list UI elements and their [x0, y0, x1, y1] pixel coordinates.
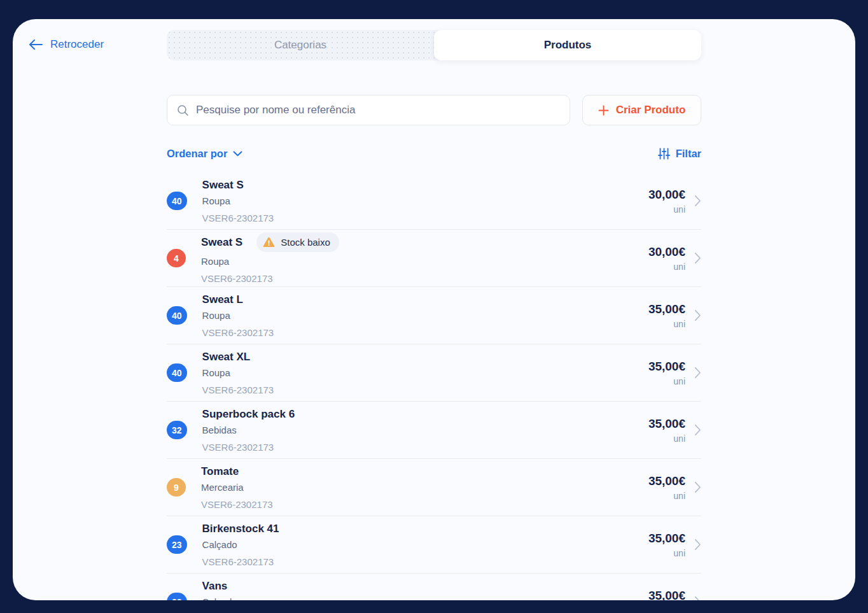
product-reference: VSER6-2302173 — [202, 327, 648, 338]
product-unit: uni — [673, 548, 685, 558]
tab-categorias-label: Categorias — [274, 39, 326, 52]
stock-count-badge: 40 — [167, 192, 187, 210]
chevron-right-icon — [694, 481, 701, 493]
product-unit: uni — [673, 491, 685, 501]
product-price: 30,00€ — [648, 188, 685, 202]
product-title-line: Vans — [202, 580, 648, 593]
product-category: Roupa — [202, 367, 648, 378]
table-row[interactable]: 32 Superbock pack 6 Bebidas VSER6-230217… — [167, 402, 701, 459]
product-name: Vans — [202, 580, 228, 593]
search-box[interactable] — [167, 95, 570, 125]
product-price-block: 35,00€ uni — [648, 360, 685, 386]
product-title-line: Sweat XL — [202, 351, 648, 363]
search-icon — [177, 104, 189, 116]
product-reference: VSER6-2302173 — [201, 499, 648, 510]
chevron-right-icon — [694, 539, 701, 551]
stock-count-badge: 23 — [167, 535, 187, 554]
stock-count-badge: 40 — [167, 306, 187, 325]
table-row[interactable]: 40 Sweat XL Roupa VSER6-2302173 35,00€ u… — [167, 344, 701, 402]
product-price-block: 30,00€ uni — [648, 188, 685, 215]
create-product-button[interactable]: Criar Produto — [582, 95, 701, 125]
product-title-line: Sweat S — [202, 179, 648, 192]
product-info: Birkenstock 41 Calçado VSER6-2302173 — [202, 523, 648, 567]
product-info: Superbock pack 6 Bebidas VSER6-2302173 — [202, 408, 648, 453]
product-category: Roupa — [201, 256, 648, 267]
product-unit: uni — [673, 433, 685, 444]
product-category: Calçado — [202, 539, 648, 550]
product-price: 35,00€ — [648, 302, 685, 316]
product-category: Mercearia — [201, 482, 648, 493]
stock-count-badge: 9 — [167, 478, 186, 497]
product-category: Roupa — [202, 195, 648, 206]
tab-categorias[interactable]: Categorias — [167, 30, 434, 60]
low-stock-label: Stock baixo — [281, 237, 330, 248]
table-row[interactable]: 23 Vans Calçado 35,00€ — [167, 574, 701, 600]
product-reference: VSER6-2302173 — [202, 213, 648, 223]
product-name: Birkenstock 41 — [202, 523, 279, 535]
product-reference: VSER6-2302173 — [201, 273, 648, 284]
product-title-line: Superbock pack 6 — [202, 408, 648, 421]
product-category: Bebidas — [202, 425, 648, 435]
product-price-block: 35,00€ uni — [648, 417, 685, 444]
product-price: 35,00€ — [648, 474, 685, 488]
product-name: Sweat XL — [202, 351, 251, 363]
product-title-line: Sweat S Stock baixo — [201, 232, 648, 252]
product-price-block: 35,00€ uni — [648, 302, 685, 329]
create-product-label: Criar Produto — [616, 104, 686, 116]
product-price-block: 35,00€ uni — [648, 474, 685, 501]
product-price: 30,00€ — [648, 245, 685, 259]
filter-button[interactable]: Filtar — [658, 148, 701, 160]
product-category: Roupa — [202, 310, 648, 321]
product-info: Sweat L Roupa VSER6-2302173 — [202, 293, 648, 338]
search-input[interactable] — [196, 104, 560, 116]
main-column: Categorias Produtos — [167, 30, 701, 600]
table-row[interactable]: 9 Tomate Mercearia VSER6-2302173 35,00€ … — [167, 459, 701, 516]
stock-count-badge: 32 — [167, 421, 187, 439]
content-card: Retroceder Categorias Produtos — [13, 19, 855, 600]
product-price: 35,00€ — [648, 532, 685, 546]
product-title-line: Tomate — [201, 465, 648, 478]
table-row[interactable]: 40 Sweat S Roupa VSER6-2302173 30,00€ un… — [167, 173, 701, 230]
low-stock-badge: Stock baixo — [256, 232, 339, 252]
table-row[interactable]: 23 Birkenstock 41 Calçado VSER6-2302173 … — [167, 516, 701, 574]
chevron-right-icon — [694, 424, 701, 436]
product-price: 35,00€ — [648, 360, 685, 374]
product-unit: uni — [673, 262, 685, 272]
product-name: Tomate — [201, 465, 239, 478]
list-controls: Ordenar por — [167, 148, 701, 160]
toolbar: Criar Produto — [167, 95, 701, 125]
product-info: Sweat S Roupa VSER6-2302173 — [202, 179, 648, 223]
product-price: 35,00€ — [648, 417, 685, 431]
product-price: 35,00€ — [648, 589, 685, 601]
product-unit: uni — [673, 376, 685, 386]
tab-produtos-label: Produtos — [544, 39, 592, 52]
chevron-right-icon — [694, 252, 701, 264]
tab-produtos[interactable]: Produtos — [434, 30, 701, 60]
tab-bar: Categorias Produtos — [167, 30, 701, 60]
filter-sliders-icon — [658, 148, 670, 160]
product-title-line: Sweat L — [202, 293, 648, 306]
chevron-right-icon — [694, 367, 701, 379]
product-name: Sweat L — [202, 293, 243, 306]
chevron-right-icon — [694, 596, 701, 600]
warning-icon — [263, 237, 275, 248]
product-name: Sweat S — [201, 236, 242, 249]
back-button[interactable]: Retroceder — [29, 38, 104, 51]
chevron-right-icon — [694, 309, 701, 321]
app-frame: Retroceder Categorias Produtos — [0, 0, 868, 613]
table-row[interactable]: 4 Sweat S Stock baixo Roupa VSER6-230217… — [167, 230, 701, 287]
sort-button[interactable]: Ordenar por — [167, 148, 242, 160]
table-row[interactable]: 40 Sweat L Roupa VSER6-2302173 35,00€ un… — [167, 287, 701, 344]
sort-label: Ordenar por — [167, 148, 227, 160]
product-reference: VSER6-2302173 — [202, 384, 648, 395]
chevron-down-icon — [233, 151, 242, 157]
filter-label: Filtar — [676, 148, 701, 160]
stock-count-badge: 23 — [167, 593, 187, 600]
product-unit: uni — [673, 319, 685, 329]
back-label: Retroceder — [50, 38, 104, 51]
product-price-block: 35,00€ — [648, 589, 685, 601]
product-unit: uni — [673, 204, 685, 215]
back-arrow-icon — [29, 39, 43, 50]
stock-count-badge: 4 — [167, 249, 186, 267]
product-info: Sweat S Stock baixo Roupa VSER6-2302173 — [201, 232, 648, 284]
